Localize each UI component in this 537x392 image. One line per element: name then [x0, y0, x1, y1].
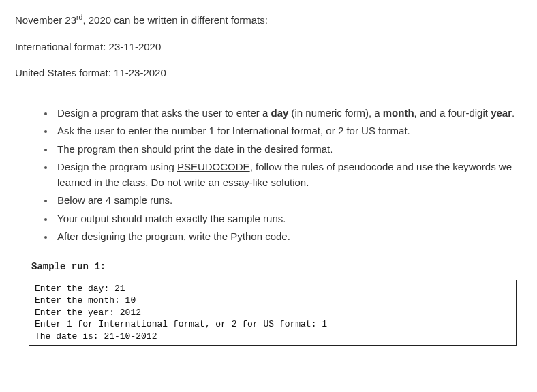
intro-text-pre: November 23 — [15, 14, 76, 26]
list-item: The program then should print the date i… — [55, 142, 522, 157]
intro-text-post: , 2020 can be written in different forma… — [82, 14, 268, 26]
text-fragment: , and a four-digit — [414, 107, 491, 119]
sample-line: The date is: 21-10-2012 — [35, 331, 510, 343]
list-item: Ask the user to enter the number 1 for I… — [55, 123, 522, 139]
bold-year: year — [491, 107, 512, 119]
sample-line: Enter 1 for International format, or 2 f… — [35, 318, 510, 331]
list-item: Design the program using PSEUDOCODE, fol… — [55, 160, 522, 190]
underline-pseudocode: PSEUDOCODE — [177, 161, 250, 172]
list-item: Your output should match exactly the sam… — [55, 211, 522, 227]
requirements-section: Design a program that asks the user to e… — [15, 106, 522, 346]
text-fragment: . — [512, 107, 515, 119]
text-fragment: Design the program using — [57, 161, 177, 172]
text-fragment: (in numeric form), a — [288, 107, 382, 119]
intro-ordinal-sup: rd — [76, 13, 82, 21]
text-fragment: Design a program that asks the user to e… — [57, 107, 271, 119]
list-item: After designing the program, write the P… — [55, 229, 522, 245]
requirements-list: Design a program that asks the user to e… — [29, 106, 522, 245]
bold-day: day — [271, 107, 289, 119]
list-item: Below are 4 sample runs. — [55, 193, 522, 209]
sample-line: Enter the year: 2012 — [35, 307, 510, 319]
intro-line-1: November 23rd, 2020 can be written in di… — [15, 12, 522, 29]
sample-line: Enter the month: 10 — [35, 295, 510, 307]
sample-run-box: Enter the day: 21 Enter the month: 10 En… — [29, 280, 517, 346]
sample-line: Enter the day: 21 — [35, 283, 510, 295]
intro-line-2: International format: 23-11-2020 — [15, 40, 522, 55]
list-item: Design a program that asks the user to e… — [55, 106, 522, 121]
sample-run-label: Sample run 1: — [31, 260, 522, 274]
intro-line-3: United States format: 11-23-2020 — [15, 65, 522, 81]
bold-month: month — [383, 107, 414, 119]
